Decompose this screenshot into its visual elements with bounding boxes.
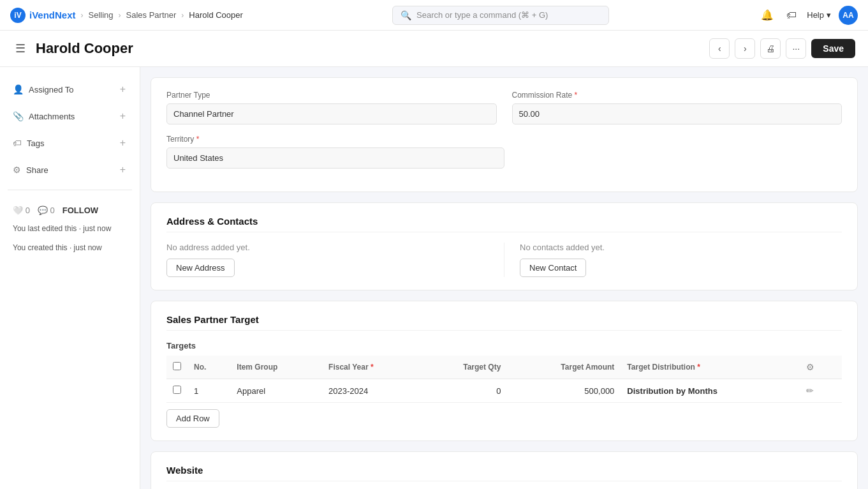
territory-group: Territory (166, 135, 504, 169)
col-item-group: Item Group (230, 356, 322, 379)
sales-target-card: Sales Partner Target Targets No. Item Gr… (151, 301, 858, 441)
table-header-checkbox (166, 356, 188, 379)
page-header-left: ☰ Harold Cooper (13, 39, 133, 58)
address-contacts-card: Address & Contacts No address added yet.… (151, 202, 858, 290)
address-col: No address added yet. New Address (166, 243, 504, 277)
row-edit-button[interactable]: ✏ (804, 384, 816, 397)
assigned-to-add-button[interactable]: + (119, 82, 127, 96)
share-icon: ⚙ (13, 165, 21, 175)
table-row: 1 Apparel 2023-2024 0 500,000 Distributi… (166, 379, 842, 403)
search-icon: 🔍 (401, 10, 411, 20)
comments-count: 💬 0 (38, 206, 55, 215)
help-button[interactable]: Help ▾ (807, 10, 831, 20)
brand-label: iVendNext (29, 10, 76, 20)
breadcrumb-current: Harold Cooper (189, 10, 243, 20)
col-target-amount: Target Amount (507, 356, 621, 379)
row-target-qty: 0 (421, 379, 507, 403)
search-area[interactable]: 🔍 Search or type a command (⌘ + G) (373, 6, 628, 25)
breadcrumb-sales-partner[interactable]: Sales Partner (126, 10, 177, 20)
table-settings-button[interactable]: ⚙ (804, 361, 817, 373)
targets-table: No. Item Group Fiscal Year * Target Qty … (166, 356, 842, 403)
no-address-text: No address added yet. (166, 243, 489, 252)
breadcrumb-sep-3: › (181, 11, 184, 20)
partner-type-label: Partner Type (166, 91, 497, 100)
help-label: Help (807, 10, 824, 20)
sidebar-item-share[interactable]: ⚙ Share + (8, 158, 132, 182)
layout: 👤 Assigned To + 📎 Attachments + 🏷 Tags +… (0, 67, 868, 489)
new-contact-button[interactable]: New Contact (520, 259, 586, 277)
sidebar-item-tags[interactable]: 🏷 Tags + (8, 131, 132, 155)
follow-button[interactable]: FOLLOW (63, 206, 98, 215)
page-header-right: ‹ › 🖨 ··· Save (709, 38, 855, 59)
row-no: 1 (188, 379, 230, 403)
page-title: Harold Cooper (36, 40, 133, 57)
no-contacts-text: No contacts added yet. (520, 243, 842, 252)
partner-type-input[interactable] (166, 103, 497, 124)
attachments-add-button[interactable]: + (119, 109, 127, 123)
main-content: Partner Type Commission Rate Territory A… (140, 67, 868, 489)
hamburger-button[interactable]: ☰ (13, 39, 28, 58)
notifications-icon[interactable]: 🔔 (758, 6, 776, 24)
brand[interactable]: iV iVendNext (10, 8, 76, 23)
commission-rate-input[interactable] (512, 103, 842, 124)
commission-rate-group: Commission Rate (512, 91, 842, 124)
activity-section: 🤍 0 💬 0 FOLLOW You last edited this · ju… (8, 206, 132, 253)
nav-left: iV iVendNext › Selling › Sales Partner ›… (10, 8, 243, 23)
print-button[interactable]: 🖨 (760, 38, 781, 59)
row-target-amount: 500,000 (507, 379, 621, 403)
commission-rate-label: Commission Rate (512, 91, 842, 100)
sales-target-title: Sales Partner Target (166, 314, 842, 331)
col-target-qty: Target Qty (421, 356, 507, 379)
top-nav: iV iVendNext › Selling › Sales Partner ›… (0, 0, 868, 31)
partner-type-group: Partner Type (166, 91, 497, 124)
sidebar-attachments-label: Attachments (29, 112, 75, 121)
prev-button[interactable]: ‹ (709, 38, 730, 59)
chevron-down-icon: ▾ (827, 10, 831, 20)
basic-info-card: Partner Type Commission Rate Territory (151, 77, 858, 192)
territory-row: Territory (166, 135, 842, 169)
row-fiscal-year: 2023-2024 (322, 379, 421, 403)
next-button[interactable]: › (735, 38, 755, 59)
targets-label: Targets (166, 341, 842, 350)
page-header: ☰ Harold Cooper ‹ › 🖨 ··· Save (0, 31, 868, 67)
search-placeholder: Search or type a command (⌘ + G) (416, 10, 548, 20)
tags-add-button[interactable]: + (119, 136, 127, 150)
likes-count: 🤍 0 (13, 206, 30, 215)
attachments-icon: 📎 (13, 111, 24, 121)
search-bar[interactable]: 🔍 Search or type a command (⌘ + G) (392, 6, 609, 25)
share-add-button[interactable]: + (119, 163, 127, 177)
col-target-distribution: Target Distribution * (621, 356, 797, 379)
website-title: Website (166, 465, 842, 481)
sidebar: 👤 Assigned To + 📎 Attachments + 🏷 Tags +… (0, 67, 140, 489)
row-checkbox-cell (166, 379, 188, 403)
row-edit-cell: ✏ (797, 379, 842, 403)
new-address-button[interactable]: New Address (166, 259, 235, 277)
territory-input[interactable] (166, 147, 504, 169)
col-no: No. (188, 356, 230, 379)
breadcrumb-sep-1: › (81, 11, 84, 20)
activity-row: 🤍 0 💬 0 FOLLOW (13, 206, 127, 215)
sidebar-item-assigned-to[interactable]: 👤 Assigned To + (8, 77, 132, 102)
address-contacts-title: Address & Contacts (166, 216, 842, 232)
sidebar-item-attachments[interactable]: 📎 Attachments + (8, 104, 132, 128)
sidebar-tags-label: Tags (27, 139, 44, 148)
breadcrumb-selling[interactable]: Selling (89, 10, 114, 20)
more-options-button[interactable]: ··· (786, 38, 806, 59)
row-checkbox[interactable] (173, 386, 181, 394)
sidebar-share-label: Share (26, 165, 48, 175)
col-fiscal-year: Fiscal Year * (322, 356, 421, 379)
created-text: You created this · just now (13, 242, 127, 253)
partner-commission-row: Partner Type Commission Rate (166, 91, 842, 124)
bookmark-icon[interactable]: 🏷 (784, 7, 799, 24)
sidebar-assigned-to-label: Assigned To (29, 85, 74, 94)
select-all-checkbox[interactable] (173, 362, 181, 370)
breadcrumb-sep-2: › (119, 11, 121, 20)
territory-label: Territory (166, 135, 504, 144)
add-row-button[interactable]: Add Row (166, 409, 219, 428)
address-contacts-grid: No address added yet. New Address No con… (166, 243, 842, 277)
last-edited-text: You last edited this · just now (13, 223, 127, 234)
avatar[interactable]: AA (839, 6, 858, 25)
contacts-col: No contacts added yet. New Contact (504, 243, 842, 277)
assigned-to-icon: 👤 (13, 84, 24, 94)
save-button[interactable]: Save (811, 39, 855, 58)
